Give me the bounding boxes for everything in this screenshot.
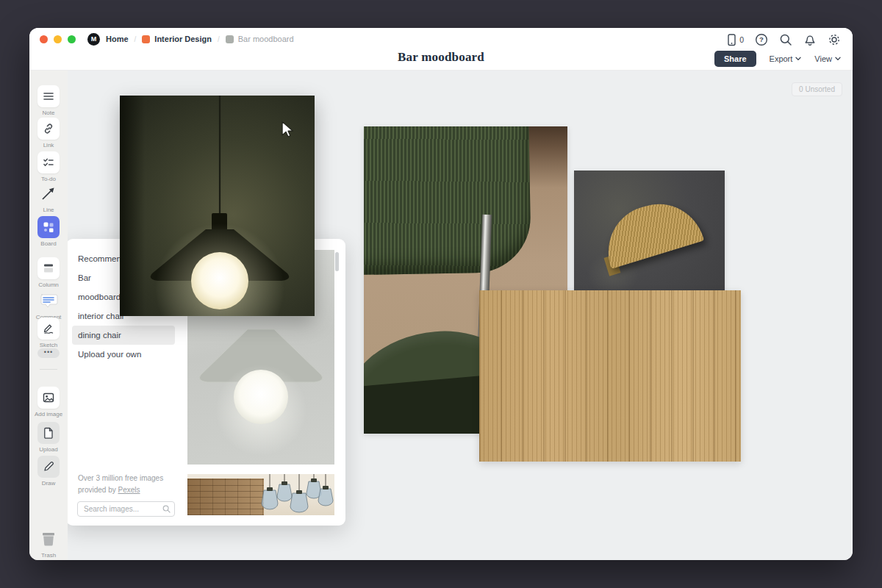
svg-text:?: ? [759,35,764,43]
pexels-link[interactable]: Pexels [118,486,140,494]
breadcrumb-home[interactable]: Home [106,35,129,43]
comment-icon [39,292,58,309]
board-icon-gray [226,35,234,43]
board-icon-orange [142,35,150,43]
search-images-input[interactable] [77,501,175,517]
bell-icon [803,33,817,46]
more-dots-icon: ••• [37,348,60,358]
upload-icon [41,426,56,440]
add-image-icon [41,390,56,405]
sketch-icon [41,321,56,336]
mobile-device-button[interactable]: 0 [725,33,744,46]
board-icon [41,220,56,234]
image-search [77,501,175,517]
todo-icon [41,155,56,170]
zoom-window-button[interactable] [68,35,76,43]
sidebar-tool-board[interactable]: Board [29,216,68,247]
header: M Home / Interior Design / Bar moodboard [29,28,853,71]
chevron-down-icon [835,57,841,61]
draw-icon [41,459,56,474]
dark-pendant-lamp-photo[interactable] [120,96,315,316]
header-actions: Share Export View [714,51,841,67]
breadcrumb-separator: / [218,35,220,43]
oak-wood-texture-photo[interactable] [479,290,741,462]
glass-pendants-drawing [187,474,334,515]
sidebar-tool-column[interactable]: Column [29,257,68,288]
sidebar-tool-add-image[interactable]: Add image [29,387,68,417]
category-dining-chair[interactable]: dining chair [72,326,175,345]
phone-icon [725,33,737,46]
sidebar-tool-note[interactable]: Note [29,85,68,116]
column-icon [41,261,56,276]
wall-shadow-band [120,96,145,316]
chevron-down-icon [795,57,801,61]
handle-half-disc [597,193,704,269]
picker-footer: Over 3 million free images provided by P… [78,473,188,495]
sidebar-divider [40,369,57,370]
search-button[interactable] [779,33,792,46]
arrow-line-icon [40,184,57,202]
sidebar-tool-todo[interactable]: To-do [29,151,68,182]
view-menu-button[interactable]: View [814,54,841,63]
toolbar-sidebar: Note Link To-do Lin [29,71,68,560]
sidebar-tool-link[interactable]: Link [29,118,68,148]
note-icon [41,89,56,104]
sidebar-tool-sketch[interactable]: Sketch [29,318,68,348]
pendant-lamp-drawing [120,96,315,316]
device-count: 0 [739,35,744,44]
sidebar-tool-draw[interactable]: Draw [29,456,68,487]
search-icon [779,33,792,46]
sidebar-tool-comment[interactable]: Comment [29,290,68,320]
help-icon: ? [755,33,768,46]
settings-button[interactable] [828,33,841,46]
traffic-lights [40,35,76,43]
close-window-button[interactable] [40,35,48,43]
export-menu-button[interactable]: Export [770,54,802,63]
sidebar-tool-trash[interactable]: Trash [29,528,68,559]
breadcrumb-bar-moodboard[interactable]: Bar moodboard [226,35,294,43]
category-upload-your-own[interactable]: Upload your own [72,345,175,364]
picker-scrollbar[interactable] [335,252,339,271]
share-button[interactable]: Share [714,51,756,67]
gear-icon [828,33,841,46]
breadcrumb-interior-design[interactable]: Interior Design [142,35,212,43]
milanote-logo[interactable]: M [87,33,100,46]
header-icon-cluster: 0 ? [725,28,841,51]
notifications-button[interactable] [803,33,817,46]
breadcrumb: M Home / Interior Design / Bar moodboard [40,28,294,50]
link-icon [41,121,56,136]
minimize-window-button[interactable] [54,35,62,43]
app-window: M Home / Interior Design / Bar moodboard [29,28,853,560]
chair-corduroy-back [364,126,531,275]
unsorted-badge[interactable]: 0 Unsorted [792,82,842,96]
breadcrumb-separator: / [135,35,137,43]
sidebar-tool-line[interactable]: Line [29,182,68,213]
trash-icon [39,529,58,548]
help-button[interactable]: ? [755,33,768,46]
search-icon [162,505,171,513]
sidebar-tool-more[interactable]: ••• [29,348,68,358]
sidebar-tool-upload[interactable]: Upload [29,422,68,453]
bar-interior-pendants-thumb[interactable] [187,474,334,515]
